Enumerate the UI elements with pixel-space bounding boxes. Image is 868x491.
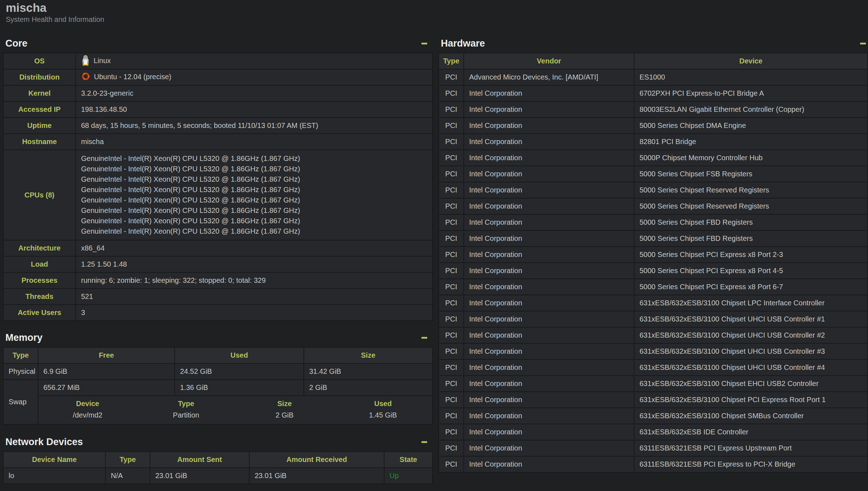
hardware-vendor-cell: Intel Corporation: [464, 359, 634, 376]
table-row: PCI Intel Corporation 5000 Series Chipse…: [439, 198, 868, 214]
swap-devices-table: Device Type Size Used /dev/md2 Partition…: [38, 398, 432, 421]
hardware-header-vendor: Vendor: [464, 53, 634, 69]
swap-devices-header-row: Device Type Size Used: [38, 398, 432, 409]
table-row: PCI Intel Corporation 5000P Chipset Memo…: [439, 150, 868, 166]
network-section-title: Network Devices: [3, 436, 433, 448]
hardware-vendor-cell: Intel Corporation: [464, 101, 634, 118]
core-row-label: Load: [3, 256, 76, 272]
hardware-device-cell: 5000 Series Chipset FBD Registers: [634, 230, 868, 247]
hardware-device-cell: 631xESB/632xESB/3100 Chipset UHCI USB Co…: [634, 343, 868, 359]
hardware-vendor-cell: Intel Corporation: [464, 279, 634, 295]
swap-device-size: 2 GiB: [235, 409, 334, 421]
hardware-device-cell: 80003ES2LAN Gigabit Ethernet Controller …: [634, 101, 868, 118]
table-row: lo N/A 23.01 GiB 23.01 GiB Up: [3, 468, 433, 484]
hardware-device-cell: 5000 Series Chipset PCI Express x8 Port …: [634, 263, 868, 279]
hardware-vendor-cell: Intel Corporation: [464, 263, 634, 279]
memory-size-cell: 31.42 GiB: [304, 363, 433, 380]
distribution-value: Ubuntu - 12.04 (precise): [94, 73, 171, 81]
hardware-device-cell: 5000P Chipset Memory Controller Hub: [634, 150, 868, 166]
collapse-minus-icon[interactable]: [860, 43, 866, 44]
hardware-type-cell: PCI: [439, 343, 464, 359]
table-row: Threads 521: [3, 289, 433, 305]
cpu-list: GenuineIntel - Intel(R) Xeon(R) CPU L532…: [76, 150, 433, 240]
hardware-vendor-cell: Intel Corporation: [464, 424, 634, 440]
swap-device-row: /dev/md2 Partition 2 GiB 1.45 GiB: [38, 409, 432, 421]
hardware-type-cell: PCI: [439, 424, 464, 440]
table-header-row: Type Vendor Device: [439, 53, 868, 69]
memory-table: Type Free Used Size Physical 6.9 GiB 24.…: [3, 347, 433, 425]
hardware-type-cell: PCI: [439, 134, 464, 150]
hardware-type-cell: PCI: [439, 263, 464, 279]
core-section-title: Core: [3, 38, 433, 49]
swap-device-type: Partition: [137, 409, 236, 421]
core-row-label: OS: [3, 53, 76, 69]
network-amount-sent: 23.01 GiB: [150, 468, 249, 484]
core-row-label: Kernel: [3, 85, 76, 101]
hardware-device-cell: 5000 Series Chipset Reserved Registers: [634, 182, 868, 198]
table-row: PCI Intel Corporation 82801 PCI Bridge: [439, 134, 868, 150]
hardware-device-cell: 5000 Series Chipset FSB Registers: [634, 166, 868, 182]
hardware-vendor-cell: Intel Corporation: [464, 150, 634, 166]
core-row-value: 1.25 1.50 1.48: [76, 256, 433, 272]
page-header: mischa System Health and Information: [6, 1, 104, 24]
memory-type-cell: Swap: [3, 380, 38, 424]
table-row: Uptime 68 days, 15 hours, 5 minutes, 5 s…: [3, 118, 433, 134]
table-row: PCI Intel Corporation 631xESB/632xESB/31…: [439, 343, 868, 359]
hardware-type-cell: PCI: [439, 198, 464, 214]
table-header-row: Device Name Type Amount Sent Amount Rece…: [3, 452, 433, 468]
hardware-vendor-cell: Intel Corporation: [464, 295, 634, 311]
swap-header-used: Used: [334, 398, 433, 409]
page-subtitle: System Health and Information: [6, 15, 104, 24]
core-row-label: Distribution: [3, 69, 76, 85]
table-row: PCI Intel Corporation 6311ESB/6321ESB PC…: [439, 440, 868, 456]
cpu-line: GenuineIntel - Intel(R) Xeon(R) CPU L532…: [81, 164, 427, 174]
hardware-type-cell: PCI: [439, 392, 464, 408]
core-row-value: 521: [76, 289, 433, 305]
table-row-swap: Swap 656.27 MiB 1.36 GiB 2 GiB: [3, 380, 433, 396]
table-row: PCI Intel Corporation 631xESB/632xESB/31…: [439, 376, 868, 392]
core-row-value: 198.136.48.50: [76, 101, 433, 118]
hardware-device-cell: 631xESB/632xESB IDE Controller: [634, 424, 868, 440]
table-row-cpus: CPUs (8) GenuineIntel - Intel(R) Xeon(R)…: [3, 150, 433, 240]
swap-header-size: Size: [235, 398, 334, 409]
table-row: PCI Intel Corporation 631xESB/632xESB/31…: [439, 408, 868, 424]
table-row-swap-devices: Device Type Size Used /dev/md2 Partition…: [3, 396, 433, 424]
hardware-header-device: Device: [634, 53, 868, 69]
table-row: PCI Intel Corporation 5000 Series Chipse…: [439, 118, 868, 134]
os-value: Linux: [94, 57, 111, 65]
table-row: PCI Intel Corporation 631xESB/632xESB/31…: [439, 392, 868, 408]
hardware-vendor-cell: Advanced Micro Devices, Inc. [AMD/ATI]: [464, 69, 634, 85]
hardware-device-cell: ES1000: [634, 69, 868, 85]
hardware-type-cell: PCI: [439, 359, 464, 376]
hardware-device-cell: 631xESB/632xESB/3100 Chipset UHCI USB Co…: [634, 311, 868, 327]
hardware-vendor-cell: Intel Corporation: [464, 134, 634, 150]
table-row: PCI Intel Corporation 6311ESB/6321ESB PC…: [439, 456, 868, 472]
section-head-network: Network Devices: [3, 436, 433, 448]
section-head-memory: Memory: [3, 332, 433, 343]
swap-device-name: /dev/md2: [38, 409, 137, 421]
network-amount-received: 23.01 GiB: [249, 468, 384, 484]
memory-size-cell: 2 GiB: [304, 380, 433, 396]
memory-header-size: Size: [304, 347, 433, 363]
collapse-minus-icon[interactable]: [421, 337, 427, 339]
table-row-physical: Physical 6.9 GiB 24.52 GiB 31.42 GiB: [3, 363, 433, 380]
hardware-section-title: Hardware: [438, 38, 868, 49]
hardware-vendor-cell: Intel Corporation: [464, 311, 634, 327]
hardware-type-cell: PCI: [439, 85, 464, 101]
table-row: Active Users 3: [3, 305, 433, 321]
core-row-value: x86_64: [76, 240, 433, 256]
table-row: PCI Intel Corporation 631xESB/632xESB/31…: [439, 327, 868, 343]
hardware-device-cell: 631xESB/632xESB/3100 Chipset LPC Interfa…: [634, 295, 868, 311]
section-head-core: Core: [3, 38, 433, 49]
table-row: Kernel 3.2.0-23-generic: [3, 85, 433, 101]
hardware-vendor-cell: Intel Corporation: [464, 230, 634, 247]
table-row: PCI Intel Corporation 5000 Series Chipse…: [439, 263, 868, 279]
memory-header-used: Used: [175, 347, 304, 363]
core-row-label: Uptime: [3, 118, 76, 134]
collapse-minus-icon[interactable]: [421, 441, 427, 443]
collapse-minus-icon[interactable]: [421, 43, 427, 44]
hardware-device-cell: 6311ESB/6321ESB PCI Express Upstream Por…: [634, 440, 868, 456]
hardware-device-cell: 82801 PCI Bridge: [634, 134, 868, 150]
hardware-type-cell: PCI: [439, 166, 464, 182]
hardware-device-cell: 6702PXH PCI Express-to-PCI Bridge A: [634, 85, 868, 101]
